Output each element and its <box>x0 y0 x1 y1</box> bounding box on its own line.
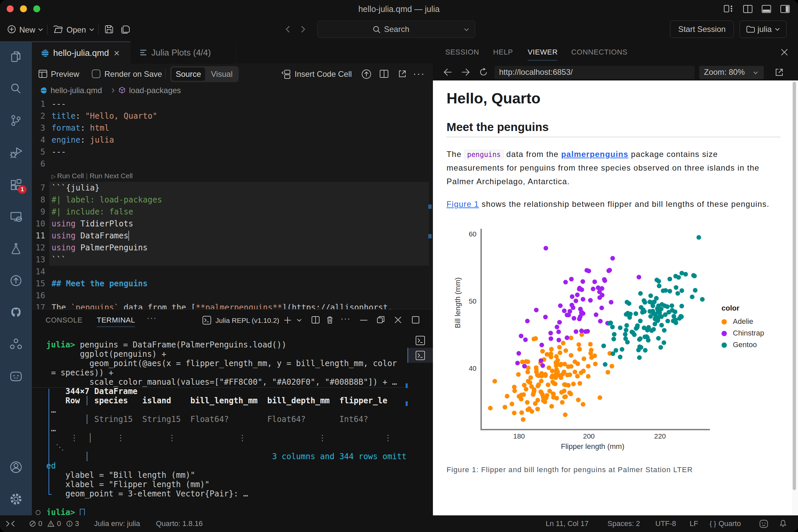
activity-organizations-icon[interactable] <box>8 336 24 352</box>
open-button[interactable]: Open <box>66 25 86 35</box>
save-icon[interactable] <box>104 25 114 34</box>
new-button[interactable]: New <box>19 25 35 35</box>
source-mode-button[interactable]: Source <box>172 68 205 81</box>
viewer-reload-icon[interactable] <box>479 68 488 77</box>
viewer-url-bar[interactable]: http://localhost:6853/ <box>494 66 695 79</box>
viewer-scrollbar-thumb[interactable] <box>793 82 796 490</box>
remote-indicator-icon[interactable] <box>5 520 15 527</box>
problems-status[interactable]: 0 0 3 <box>29 515 79 532</box>
indentation-status[interactable]: Spaces: 2 <box>607 515 640 532</box>
editor-more-actions-button[interactable]: ··· <box>413 68 425 79</box>
kill-terminal-icon[interactable] <box>326 316 334 324</box>
terminal-tab-icon[interactable] <box>415 336 425 345</box>
notifications-bell-icon[interactable] <box>779 519 787 528</box>
activity-source-control-icon[interactable] <box>8 113 24 129</box>
panel-layout-icon[interactable] <box>761 5 772 13</box>
activity-testing-icon[interactable] <box>8 241 24 256</box>
layout-customize-icon[interactable] <box>723 5 736 13</box>
publish-icon[interactable] <box>361 69 372 79</box>
breadcrumb-separator-icon <box>111 88 115 93</box>
legend-label: Chinstrap <box>733 329 764 337</box>
preview-button[interactable]: Preview <box>51 70 79 79</box>
tab-console[interactable]: CONSOLE <box>45 314 82 326</box>
tab-hello-julia-qmd[interactable]: hello-julia.qmd <box>32 41 130 64</box>
julia-env-status[interactable]: Julia env: julia <box>94 515 140 532</box>
eol-status[interactable]: LF <box>690 515 698 532</box>
open-in-browser-icon[interactable] <box>775 68 784 77</box>
workspace-button[interactable]: julia <box>740 21 787 38</box>
overview-ruler-mark <box>428 234 432 239</box>
tab-connections[interactable]: CONNECTIONS <box>571 48 627 57</box>
split-terminal-icon[interactable] <box>311 316 320 324</box>
tab-terminal[interactable]: TERMINAL <box>97 314 135 327</box>
code-area[interactable]: ▷ Run Cell | Run Next Cell 1---2title: "… <box>32 97 433 309</box>
breadcrumb-symbol-icon <box>118 87 126 94</box>
line-number: 9 <box>32 206 45 218</box>
new-terminal-icon[interactable] <box>283 316 292 324</box>
restore-panel-icon[interactable] <box>377 316 385 324</box>
navigate-back-icon[interactable] <box>285 25 291 33</box>
viewer-back-icon[interactable] <box>443 68 452 76</box>
new-dropdown-chevron-icon[interactable] <box>38 28 43 31</box>
extensions-badge: 1 <box>18 185 26 194</box>
legend-dot <box>722 319 727 324</box>
viewer-forward-icon[interactable] <box>461 68 471 76</box>
line-number: 14 <box>32 266 45 278</box>
maximize-panel-icon[interactable] <box>412 316 420 324</box>
language-mode-status[interactable]: { }Quarto <box>709 515 741 532</box>
close-right-panel-icon[interactable] <box>781 49 788 56</box>
cursor-position-status[interactable]: Ln 11, Col 17 <box>546 515 589 532</box>
activity-explorer-icon[interactable] <box>8 49 24 65</box>
terminal-output[interactable]: julia> penguins = DataFrame(PalmerPengui… <box>46 340 412 516</box>
viewer-scrollbar[interactable] <box>792 80 798 515</box>
panel-more-tabs-button[interactable]: ··· <box>147 313 157 323</box>
insert-code-cell-button[interactable]: Insert Code Cell <box>294 70 352 79</box>
title-bar: hello-julia.qmd — julia <box>0 0 798 17</box>
code-line-3: format: html <box>52 122 109 134</box>
close-tab-icon[interactable] <box>114 50 120 56</box>
panel-more-actions-button[interactable]: ··· <box>341 314 350 324</box>
tab-viewer[interactable]: VIEWER <box>528 48 557 57</box>
quarto-version-status[interactable]: Quarto: 1.8.16 <box>156 515 203 532</box>
terminal-dropdown-chevron-icon[interactable] <box>297 319 302 322</box>
activity-feedback-icon[interactable] <box>8 368 24 384</box>
activity-publish-icon[interactable] <box>8 272 24 288</box>
editor-pane[interactable]: Preview Render on Save Source Visual Ins… <box>32 64 433 309</box>
save-all-icon[interactable] <box>120 25 130 34</box>
split-editor-layout-icon[interactable] <box>743 5 753 13</box>
tab-session[interactable]: SESSION <box>445 48 479 57</box>
feedback-smiley-icon[interactable] <box>759 520 768 528</box>
search-input[interactable]: Search <box>317 21 475 38</box>
penguin-scatter-plot <box>433 80 798 466</box>
start-session-button[interactable]: Start Session <box>670 21 734 38</box>
breadcrumb-file[interactable]: hello-julia.qmd <box>51 86 102 95</box>
viewer-zoom-select[interactable]: Zoom: 80% <box>699 66 764 79</box>
minimize-panel-icon[interactable] <box>360 320 367 321</box>
secondary-sidebar-icon[interactable] <box>780 5 790 13</box>
tab-help[interactable]: HELP <box>493 48 513 57</box>
encoding-status[interactable]: UTF-8 <box>656 515 676 532</box>
activity-github-icon[interactable] <box>8 304 24 320</box>
activity-debug-icon[interactable] <box>8 145 24 160</box>
terminal-line-14: ed <box>46 461 56 471</box>
open-external-icon[interactable] <box>398 70 407 78</box>
navigate-forward-icon[interactable] <box>300 25 306 33</box>
visual-mode-button[interactable]: Visual <box>206 68 238 81</box>
split-editor-icon[interactable] <box>379 70 389 78</box>
terminal-line-3: geom_point(@aes(x = flipper_length_mm, y… <box>46 359 397 368</box>
terminal-tab-icon[interactable] <box>415 350 425 360</box>
viewer-nav-bar: http://localhost:6853/ Zoom: 80% <box>433 64 798 80</box>
search-scope-chevron-icon[interactable] <box>464 28 469 31</box>
warning-icon <box>47 520 55 527</box>
tab-julia-plots[interactable]: Julia Plots (4/4) <box>131 41 236 64</box>
render-on-save-checkbox[interactable] <box>92 70 100 78</box>
breadcrumb-section[interactable]: load-packages <box>129 86 181 95</box>
line-number: 8 <box>32 194 45 206</box>
terminal-icon <box>202 316 211 325</box>
activity-remote-sessions-icon[interactable] <box>8 208 24 225</box>
close-panel-icon[interactable] <box>394 316 402 324</box>
open-dropdown-chevron-icon[interactable] <box>89 28 94 31</box>
activity-account-icon[interactable] <box>8 459 24 475</box>
activity-search-icon[interactable] <box>8 81 24 97</box>
activity-settings-icon[interactable] <box>8 491 24 507</box>
